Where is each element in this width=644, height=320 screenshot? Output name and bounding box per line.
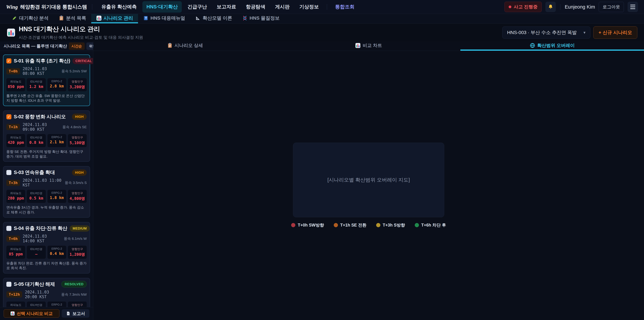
- incident-select[interactable]: HNS-003 · 부산 수소 추진연 폭발 ▾: [502, 27, 590, 39]
- tab-dispersion-overlay[interactable]: 확산범위 오버레이: [460, 42, 644, 51]
- nav-item-hns-dispersion[interactable]: HNS·대기확산: [142, 1, 182, 13]
- metric-label: 영향인구: [68, 191, 86, 195]
- hamburger-icon: [630, 5, 635, 9]
- metric-label: 영향인구: [68, 247, 86, 251]
- metric-erpg2: ERPG-2 2.8 km: [48, 78, 66, 91]
- tab-scenario-management[interactable]: 시나리오 관리: [91, 14, 138, 23]
- metric-affected-population: 영향인구 1,200명: [68, 246, 87, 259]
- scenario-checkbox[interactable]: [6, 226, 12, 231]
- metric-idlh-radius: IDLH반경 0.5 km: [27, 190, 46, 203]
- scenario-checkbox[interactable]: ✓: [6, 58, 12, 64]
- metric-affected-population: 영향인구 4,800명: [68, 190, 87, 203]
- overlay-legend: T+0h SW방향 T+1h SE 전환 T+3h S방향 T+6h 차단 후: [291, 222, 446, 228]
- metric-label: ERPG-2: [48, 136, 66, 139]
- new-scenario-button[interactable]: + 신규 시나리오: [593, 26, 637, 39]
- overlay-map-panel[interactable]: [시나리오별 확산범위 오버레이 지도]: [293, 143, 444, 217]
- overlay-map-area: [시나리오별 확산범위 오버레이 지도] T+0h SW방향 T+1h SE 전…: [93, 51, 644, 320]
- legend-dot-icon: [291, 223, 295, 227]
- tab-label: HNS 물질정보: [250, 15, 280, 21]
- timestamp: 2024.11.03 08:00 KST: [23, 67, 59, 76]
- metric-label: 최대농도: [7, 247, 24, 251]
- metric-label: 최대농도: [7, 303, 24, 307]
- nav-item-integrated-search[interactable]: 통합조회: [331, 1, 358, 13]
- metric-value: 2.1 km: [48, 140, 66, 144]
- nav-item-reports[interactable]: 보고자료: [213, 1, 240, 13]
- tab-hns-substance-info[interactable]: HNS 물질정보: [237, 14, 284, 23]
- logout-button[interactable]: 로그아웃: [599, 2, 624, 12]
- notifications-button[interactable]: [546, 2, 556, 12]
- map-icon: [530, 43, 535, 48]
- tab-label: HNS 대응매뉴얼: [150, 15, 185, 21]
- scenario-sidebar: 시나리오 목록 — 톨루엔 대기확산 시간순 위험도순 ✓ S-01 유출 직후…: [0, 42, 93, 320]
- scenario-checkbox[interactable]: [6, 170, 12, 175]
- metric-idlh-radius: IDLH반경 1.2 km: [27, 78, 46, 91]
- page-subtitle: 시간·조건별 대기확산 예측 시나리오 비교·검토 및 대응 의사결정 지원: [19, 35, 143, 40]
- metric-label: IDLH반경: [28, 247, 45, 251]
- menu-button[interactable]: [628, 2, 638, 12]
- tab-comparison-chart[interactable]: 비교 차트: [277, 42, 460, 51]
- severity-badge: HIGH: [72, 169, 87, 176]
- metric-max-concentration: 최대농도 420 ppm: [6, 134, 25, 147]
- nav-item-rescue[interactable]: 긴급구난: [184, 1, 211, 13]
- sort-by-time-button[interactable]: 시간순: [69, 43, 85, 50]
- metric-value: 3,200명: [68, 84, 86, 90]
- metrics-row: 최대농도 420 ppm IDLH반경 0.8 km ERPG-2 2.1 km…: [6, 134, 87, 147]
- metric-label: 최대농도: [7, 191, 24, 195]
- scenario-card-s03[interactable]: S-03 연속유출 확대 HIGH T+3h 2024.11.03 11:00 …: [3, 166, 90, 218]
- metrics-row: 최대농도 8 ppm IDLH반경 — ERPG-2 — 영향인구 0명: [6, 301, 87, 307]
- metric-label: 최대농도: [7, 80, 24, 84]
- compare-scenarios-button[interactable]: 선택 시나리오 비교: [4, 309, 59, 318]
- metric-label: ERPG-2: [48, 80, 66, 83]
- scenario-description: 연속유출 3시간 경과. 누적 유출량 증가. 풍속 감소로 체류 시간 증가.: [6, 205, 87, 215]
- tab-scenario-detail[interactable]: 시나리오 상세: [93, 42, 277, 51]
- metric-value: 0.8 km: [28, 140, 45, 145]
- bell-icon: [548, 4, 553, 10]
- metric-idlh-radius: IDLH반경 0.8 km: [27, 134, 46, 147]
- nav-item-weather[interactable]: 기상정보: [295, 1, 323, 13]
- nav-item-oil-spill[interactable]: 유출유 확산예측: [97, 1, 141, 13]
- scenario-card-s04[interactable]: S-04 유출 차단·잔류 확산 MEDIUM T+6h 2024.11.03 …: [3, 222, 90, 273]
- metric-value: 85 ppm: [7, 252, 24, 256]
- scenario-checkbox[interactable]: [6, 282, 12, 287]
- severity-badge: HIGH: [72, 114, 87, 120]
- scenario-card-s05[interactable]: S-05 대기확산 해제 RESOLVED T+12h 2024.11.03 2…: [3, 278, 90, 307]
- legend-label: T+3h S방향: [383, 222, 405, 228]
- metric-label: ERPG-2: [48, 303, 66, 306]
- legend-dot-icon: [415, 223, 419, 227]
- tab-model-theory[interactable]: 확산모델 이론: [190, 14, 237, 23]
- legend-item-t0h: T+0h SW방향: [291, 222, 324, 228]
- metrics-row: 최대농도 280 ppm IDLH반경 0.5 km ERPG-2 1.8 km…: [6, 190, 87, 203]
- tab-hns-manual[interactable]: HNS 대응매뉴얼: [138, 14, 190, 23]
- metric-affected-population: 영향인구 3,200명: [68, 78, 87, 91]
- tab-analysis-list[interactable]: 분석 목록: [54, 14, 91, 23]
- scenario-title: S-05 대기확산 해제: [14, 281, 59, 288]
- legend-label: T+0h SW방향: [298, 222, 324, 228]
- metric-label: 영향인구: [68, 136, 86, 139]
- legend-dot-icon: [376, 223, 380, 227]
- metric-label: IDLH반경: [28, 303, 45, 307]
- metric-erpg2: ERPG-2 0.4 km: [48, 246, 66, 259]
- page-header: HNS 대기확산 시나리오 관리 시간·조건별 대기확산 예측 시나리오 비교·…: [0, 24, 644, 42]
- nav-item-aerial-search[interactable]: 항공탐색: [242, 1, 269, 13]
- timestamp: 2024.11.03 09:00 KST: [23, 122, 60, 132]
- metric-label: ERPG-2: [48, 247, 66, 250]
- metric-max-concentration: 최대농도 8 ppm: [6, 301, 25, 307]
- nav-item-board[interactable]: 게시판: [271, 1, 294, 13]
- time-offset-badge: T+6h: [6, 236, 20, 242]
- scenario-card-s02[interactable]: ✓ S-02 풍향 변화 시나리오 HIGH T+1h 2024.11.03 0…: [3, 110, 90, 162]
- scenario-description: 유출원 차단 완료. 잔류 증기 자연 확산중. 풍속 증가로 희석 촉진.: [6, 261, 87, 270]
- app-title: 해양환경 위기대응 통합시스템: [20, 4, 87, 11]
- view-tabs: 시나리오 상세 비교 차트 확산범위 오버레이: [93, 42, 644, 51]
- pen-icon: [12, 16, 17, 21]
- metric-value: 0.4 km: [48, 251, 66, 256]
- scenario-title: S-03 연속유출 확대: [14, 169, 70, 176]
- report-button[interactable]: 보고서: [62, 309, 90, 318]
- tab-dispersion-analysis[interactable]: 대기확산 분석: [7, 14, 54, 23]
- metric-idlh-radius: IDLH반경 —: [27, 246, 46, 259]
- metric-label: IDLH반경: [28, 191, 45, 195]
- metric-erpg2: ERPG-2 —: [48, 301, 66, 307]
- scenario-checkbox[interactable]: ✓: [6, 114, 12, 119]
- tab-label: 확산범위 오버레이: [537, 43, 575, 49]
- scenario-card-s01[interactable]: ✓ S-01 유출 직후 (초기 확산) CRITICAL T+0h 2024.…: [3, 55, 90, 106]
- time-offset-badge: T+12h: [6, 291, 22, 297]
